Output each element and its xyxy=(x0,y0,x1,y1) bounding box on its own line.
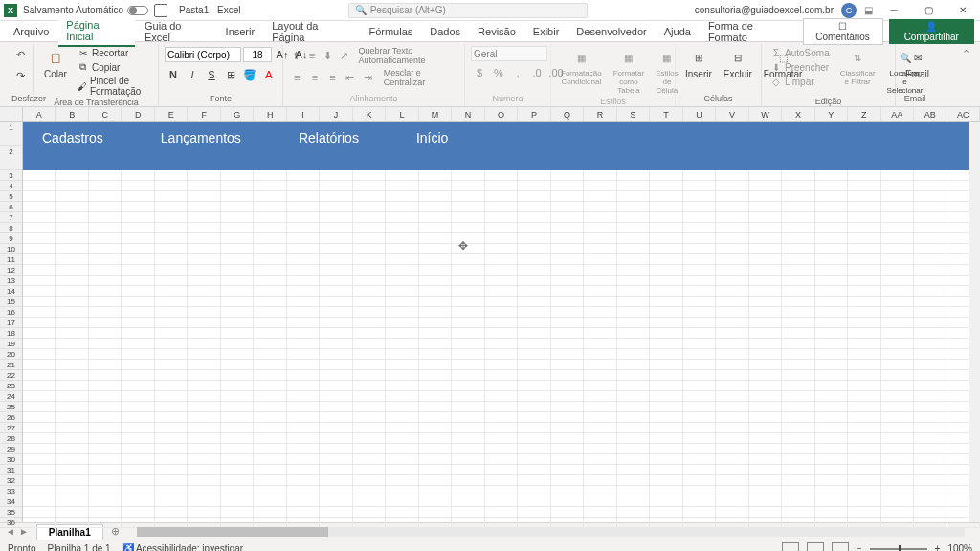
clear-button[interactable]: ◇Limpar xyxy=(768,75,833,88)
row-header-24[interactable]: 24 xyxy=(0,391,22,402)
row-header-28[interactable]: 28 xyxy=(0,433,22,444)
user-avatar[interactable]: C xyxy=(841,3,857,18)
border-button[interactable]: ⊞ xyxy=(222,66,239,83)
format-painter-button[interactable]: 🖌Pincel de Formatação xyxy=(75,75,152,98)
row-header-33[interactable]: 33 xyxy=(0,486,22,496)
row-header-3[interactable]: 3 xyxy=(0,170,22,181)
col-header-O[interactable]: O xyxy=(485,107,518,121)
horizontal-scrollbar[interactable] xyxy=(137,527,965,537)
merge-button[interactable]: Mesclar e Centralizar xyxy=(384,68,458,87)
row-header-15[interactable]: 15 xyxy=(0,297,22,307)
vertical-scrollbar[interactable] xyxy=(969,122,980,522)
tab-revisao[interactable]: Revisão xyxy=(470,23,523,40)
toggle-icon[interactable] xyxy=(127,6,148,15)
row-header-1[interactable]: 1 xyxy=(0,122,22,146)
row-header-26[interactable]: 26 xyxy=(0,412,22,423)
fill-button[interactable]: ⬇Preencher xyxy=(768,60,833,74)
collapse-ribbon-button[interactable]: ⌃ xyxy=(962,48,970,59)
col-header-F[interactable]: F xyxy=(188,107,220,121)
col-header-M[interactable]: M xyxy=(419,107,452,121)
tab-guia-excel[interactable]: Guia do Excel xyxy=(137,17,216,46)
tab-arquivo[interactable]: Arquivo xyxy=(6,23,56,40)
cells[interactable]: Cadastros Lançamentos Relatórios Início … xyxy=(23,122,980,522)
col-header-G[interactable]: G xyxy=(221,107,254,121)
ribbon-options-icon[interactable]: ⬓ xyxy=(864,5,873,15)
row-header-30[interactable]: 30 xyxy=(0,454,22,465)
currency-button[interactable]: $ xyxy=(471,64,488,81)
col-header-Q[interactable]: Q xyxy=(551,107,584,121)
row-header-17[interactable]: 17 xyxy=(0,318,22,328)
banner-relatorios[interactable]: Relatórios xyxy=(299,130,359,145)
search-input[interactable]: 🔍 Pesquisar (Alt+G) xyxy=(348,3,588,18)
col-header-P[interactable]: P xyxy=(518,107,550,121)
col-header-AA[interactable]: AA xyxy=(881,107,914,121)
col-header-S[interactable]: S xyxy=(617,107,650,121)
status-accessibility[interactable]: ♿ Acessibilidade: investigar xyxy=(122,543,244,551)
col-header-H[interactable]: H xyxy=(254,107,286,121)
row-header-35[interactable]: 35 xyxy=(0,507,22,518)
row-header-20[interactable]: 20 xyxy=(0,349,22,360)
redo-button[interactable]: ↷ xyxy=(11,67,29,84)
tab-pagina-inicial[interactable]: Página Inicial xyxy=(58,16,135,47)
fill-color-button[interactable]: 🪣 xyxy=(241,66,258,83)
row-header-11[interactable]: 11 xyxy=(0,254,22,265)
col-header-AC[interactable]: AC xyxy=(947,107,980,121)
font-color-button[interactable]: A xyxy=(260,66,278,83)
row-header-2[interactable]: 2 xyxy=(0,146,22,170)
insert-button[interactable]: ⊞Inserir xyxy=(681,46,716,81)
col-header-AB[interactable]: AB xyxy=(914,107,947,121)
conditional-format-button[interactable]: ▦Formatação Condicional xyxy=(557,46,606,88)
user-email[interactable]: consultoria@guiadoexcel.com.br xyxy=(695,5,834,15)
delete-button[interactable]: ⊟Excluir xyxy=(720,46,756,81)
tab-layout[interactable]: Layout da Página xyxy=(264,17,359,46)
zoom-in-button[interactable]: + xyxy=(935,543,941,551)
row-header-22[interactable]: 22 xyxy=(0,370,22,381)
format-table-button[interactable]: ▦Formatar como Tabela xyxy=(610,46,648,97)
row-header-10[interactable]: 10 xyxy=(0,244,22,254)
orientation-button[interactable]: ↗ xyxy=(337,47,351,64)
sort-filter-button[interactable]: ⇅Classificar e Filtrar xyxy=(836,46,880,88)
percent-button[interactable]: % xyxy=(490,64,507,81)
cut-button[interactable]: ✂Recortar xyxy=(75,46,152,59)
font-name-select[interactable] xyxy=(165,47,241,62)
underline-button[interactable]: S xyxy=(203,66,220,83)
save-icon[interactable] xyxy=(154,4,167,17)
page-break-view-button[interactable] xyxy=(832,542,849,552)
wrap-text-button[interactable]: Quebrar Texto Automaticamente xyxy=(358,46,458,65)
row-header-27[interactable]: 27 xyxy=(0,423,22,433)
col-header-W[interactable]: W xyxy=(749,107,782,121)
col-header-U[interactable]: U xyxy=(683,107,716,121)
copy-button[interactable]: ⧉Copiar xyxy=(75,60,152,74)
number-format-select[interactable] xyxy=(471,46,547,61)
cell-styles-button[interactable]: ▦Estilos de Célula xyxy=(652,46,682,97)
col-header-Y[interactable]: Y xyxy=(815,107,848,121)
decrease-indent-button[interactable]: ⇤ xyxy=(343,69,359,86)
share-button[interactable]: 👤 Compartilhar xyxy=(889,19,974,44)
tab-inserir[interactable]: Inserir xyxy=(218,23,263,40)
col-header-T[interactable]: T xyxy=(650,107,682,121)
zoom-out-button[interactable]: − xyxy=(857,543,862,551)
increase-decimal-button[interactable]: .0 xyxy=(528,64,546,81)
italic-button[interactable]: I xyxy=(184,66,201,83)
col-header-Z[interactable]: Z xyxy=(848,107,880,121)
banner-inicio[interactable]: Início xyxy=(416,130,448,145)
font-size-select[interactable] xyxy=(243,47,272,62)
paste-button[interactable]: 📋 Colar xyxy=(40,46,71,81)
comma-button[interactable]: , xyxy=(509,64,526,81)
undo-button[interactable]: ↶ xyxy=(11,46,29,63)
tab-desenvolvedor[interactable]: Desenvolvedor xyxy=(568,23,654,40)
tab-ajuda[interactable]: Ajuda xyxy=(657,23,699,40)
tab-forma-formato[interactable]: Forma de Formato xyxy=(701,17,801,46)
row-header-13[interactable]: 13 xyxy=(0,276,22,286)
row-header-8[interactable]: 8 xyxy=(0,223,22,233)
page-layout-view-button[interactable] xyxy=(807,542,824,552)
row-header-34[interactable]: 34 xyxy=(0,496,22,507)
row-header-32[interactable]: 32 xyxy=(0,475,22,486)
align-bottom-button[interactable]: ⬇ xyxy=(321,47,335,64)
align-top-button[interactable]: ⬆ xyxy=(289,47,303,64)
zoom-slider[interactable] xyxy=(870,548,927,550)
banner-cadastros[interactable]: Cadastros xyxy=(42,130,103,145)
autosum-button[interactable]: ΣAutoSoma xyxy=(768,46,833,59)
col-header-A[interactable]: A xyxy=(23,107,56,121)
row-header-36[interactable]: 36 xyxy=(0,518,22,528)
